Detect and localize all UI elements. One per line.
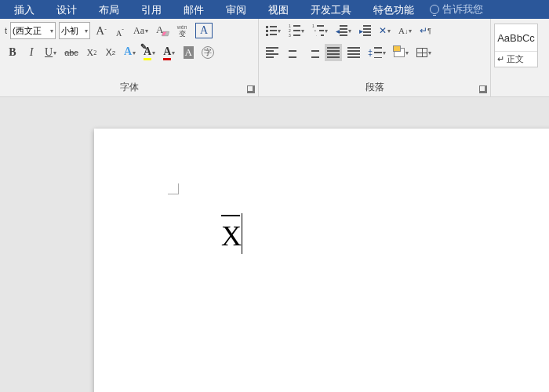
text-cursor (242, 213, 242, 254)
ribbon: t (西文正▾ 小初▾ Aˆ Aˇ Aa A wén变 A B I U abc … (0, 19, 549, 97)
change-case-button[interactable]: Aa (131, 22, 151, 39)
style-name-label: ↵ 正文 (495, 51, 537, 67)
document-area: X (0, 97, 549, 392)
bold-button[interactable]: B (5, 44, 20, 61)
tab-view[interactable]: 视图 (257, 0, 300, 19)
decrease-indent-button[interactable]: ◂ (333, 22, 354, 39)
font-face-prefix: t (5, 26, 7, 35)
increase-indent-button[interactable]: ▸ (357, 22, 373, 39)
tell-me-label: 告诉我您 (442, 2, 483, 16)
group-styles: AaBbCc ↵ 正文 (491, 19, 541, 96)
align-right-button[interactable] (304, 44, 322, 61)
group-paragraph: 123 1•· ◂ ▸ ✕ A↓ ↵¶ (259, 19, 491, 96)
document-text[interactable]: X (221, 220, 242, 252)
tab-references[interactable]: 引用 (130, 0, 173, 19)
overline-mark (221, 215, 240, 216)
char-shading-button[interactable]: A (180, 44, 196, 61)
tab-review[interactable]: 审阅 (215, 0, 257, 19)
char-border-button[interactable]: A (193, 22, 215, 39)
text-direction-button[interactable]: ✕ (376, 22, 393, 39)
font-size-select[interactable]: 小初▾ (59, 22, 90, 39)
align-left-button[interactable] (264, 44, 281, 61)
font-dialog-launcher[interactable] (247, 85, 255, 93)
align-center-button[interactable] (284, 44, 301, 61)
underline-button[interactable]: U (42, 44, 59, 61)
tab-mailings[interactable]: 邮件 (173, 0, 215, 19)
show-marks-button[interactable]: ↵¶ (417, 22, 434, 39)
tab-developer[interactable]: 开发工具 (300, 0, 362, 19)
text-effects-button[interactable]: A (122, 44, 138, 61)
phonetic-guide-button[interactable]: wén变 (174, 22, 190, 39)
shading-button[interactable] (391, 44, 411, 61)
align-distribute-button[interactable] (345, 44, 362, 61)
tab-insert[interactable]: 插入 (3, 0, 45, 19)
bulb-icon (430, 5, 439, 14)
italic-button[interactable]: I (24, 44, 39, 61)
style-normal[interactable]: AaBbCc ↵ 正文 (494, 24, 538, 67)
tell-me[interactable]: 告诉我您 (425, 0, 488, 19)
strikethrough-button[interactable]: abc (62, 44, 81, 61)
paragraph-dialog-launcher[interactable] (479, 85, 487, 93)
tab-layout[interactable]: 布局 (88, 0, 130, 19)
subscript-button[interactable]: X2 (84, 44, 100, 61)
font-face-select[interactable]: (西文正▾ (10, 22, 56, 39)
tab-design[interactable]: 设计 (45, 0, 88, 19)
borders-button[interactable] (414, 44, 434, 61)
grow-font-button[interactable]: Aˆ (93, 22, 109, 39)
clear-format-button[interactable]: A (154, 22, 171, 39)
group-font: t (西文正▾ 小初▾ Aˆ Aˇ Aa A wén变 A B I U abc … (0, 19, 259, 96)
ribbon-tabs: 插入 设计 布局 引用 邮件 审阅 视图 开发工具 特色功能 告诉我您 (0, 0, 549, 19)
font-group-label: 字体 (5, 79, 253, 96)
multilevel-list-button[interactable]: 1•· (310, 22, 330, 39)
paragraph-group-label: 段落 (264, 79, 485, 96)
align-justify-button[interactable] (325, 44, 342, 61)
shrink-font-button[interactable]: Aˇ (112, 22, 128, 39)
line-spacing-button[interactable]: ‡ (365, 44, 388, 61)
margin-indicator (168, 183, 179, 194)
page[interactable]: X (94, 129, 549, 392)
sort-button[interactable]: A↓ (396, 22, 414, 39)
font-color-button[interactable]: A (161, 44, 177, 61)
superscript-button[interactable]: X2 (103, 44, 118, 61)
highlight-button[interactable]: ✎A (141, 44, 158, 61)
style-preview-text: AaBbCc (495, 24, 537, 51)
enclose-char-button[interactable]: 字 (199, 44, 216, 61)
bullet-list-button[interactable] (264, 22, 283, 39)
number-list-button[interactable]: 123 (286, 22, 307, 39)
tab-special[interactable]: 特色功能 (362, 0, 425, 19)
